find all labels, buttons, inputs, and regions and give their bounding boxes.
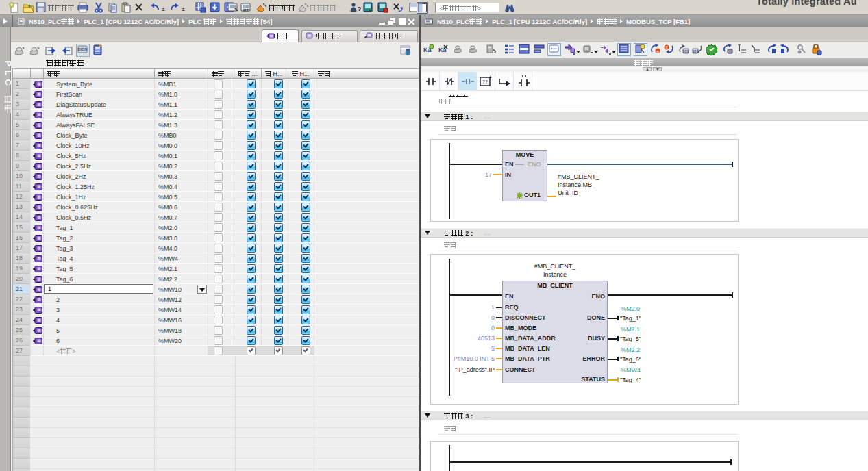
svg-text:101: 101 — [693, 49, 699, 53]
svg-text:DICN: DICN — [78, 47, 87, 51]
svg-text:o: o — [656, 49, 659, 53]
svg-text:?: ? — [358, 5, 361, 12]
svg-text:RT: RT — [243, 8, 249, 12]
svg-text:101: 101 — [683, 49, 689, 53]
svg-text:??: ?? — [482, 79, 488, 84]
